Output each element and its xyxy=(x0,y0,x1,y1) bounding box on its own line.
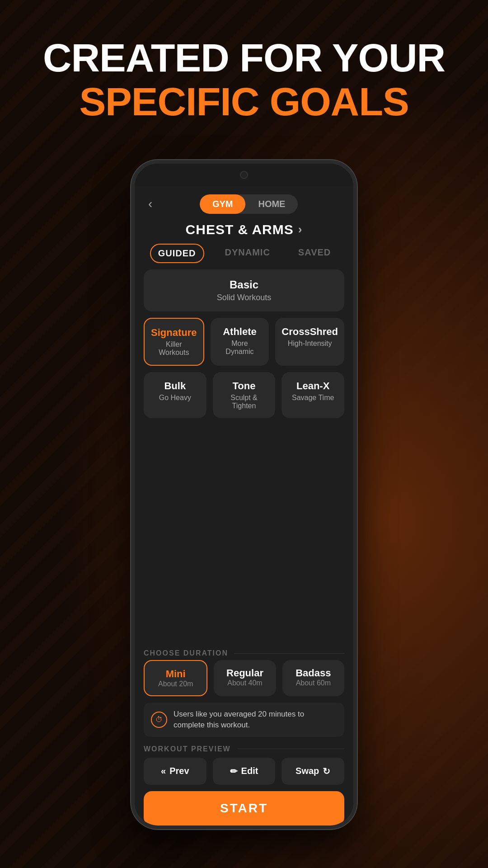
duration-section-label: CHOOSE DURATION xyxy=(135,646,353,660)
duration-regular-detail: About 40m xyxy=(218,679,271,687)
bulk-card[interactable]: Bulk Go Heavy xyxy=(144,372,206,418)
back-button[interactable]: ‹ xyxy=(148,197,152,211)
phone-camera xyxy=(240,171,248,179)
home-toggle-button[interactable]: HOME xyxy=(245,194,298,214)
headline-line2: SPECIFIC GOALS xyxy=(43,80,445,124)
crossshred-card[interactable]: CrossShred High-Intensity xyxy=(275,318,344,366)
tab-dynamic[interactable]: DYNAMIC xyxy=(218,244,277,263)
page-content: CREATED FOR YOUR SPECIFIC GOALS ‹ GYM HO… xyxy=(0,0,488,868)
duration-badass-name: Badass xyxy=(287,667,340,679)
athlete-card-sub: More Dynamic xyxy=(217,340,263,356)
workout-cards-row1: Signature Killer Workouts Athlete More D… xyxy=(144,318,344,366)
tab-saved[interactable]: SAVED xyxy=(291,244,338,263)
duration-mini-detail: About 20m xyxy=(149,680,202,688)
leanx-card[interactable]: Lean-X Savage Time xyxy=(282,372,344,418)
tab-guided[interactable]: GUIDED xyxy=(150,244,204,263)
cards-section: Basic Solid Workouts Signature Killer Wo… xyxy=(135,269,353,646)
leanx-card-sub: Savage Time xyxy=(288,394,338,402)
duration-mini[interactable]: Mini About 20m xyxy=(144,660,207,696)
gym-home-toggle: GYM HOME xyxy=(200,194,298,214)
crossshred-card-sub: High-Intensity xyxy=(282,340,338,348)
leanx-card-title: Lean-X xyxy=(288,380,338,392)
chevron-right-icon[interactable]: › xyxy=(298,222,303,236)
edit-icon: ✏ xyxy=(230,766,238,777)
info-bar: ⏱ Users like you averaged 20 minutes to … xyxy=(144,703,344,737)
preview-actions: « Prev ✏ Edit Swap ↻ xyxy=(135,758,353,791)
swap-icon: ↻ xyxy=(323,766,330,777)
phone-notch xyxy=(135,164,353,186)
phone-frame: ‹ GYM HOME CHEST & ARMS › GUIDED DYNAMIC… xyxy=(131,160,357,829)
swap-button[interactable]: Swap ↻ xyxy=(282,758,344,785)
duration-mini-name: Mini xyxy=(149,668,202,680)
app-header: ‹ GYM HOME xyxy=(135,186,353,218)
basic-card-title: Basic xyxy=(155,278,333,291)
edit-label: Edit xyxy=(241,766,258,776)
workout-title: CHEST & ARMS › xyxy=(135,218,353,239)
prev-button[interactable]: « Prev xyxy=(144,758,206,785)
tone-card[interactable]: Tone Sculpt & Tighten xyxy=(213,372,276,418)
preview-section-label: WORKOUT PREVIEW xyxy=(135,743,353,758)
headline: CREATED FOR YOUR SPECIFIC GOALS xyxy=(43,36,445,124)
bulk-card-sub: Go Heavy xyxy=(150,394,200,402)
athlete-card-title: Athlete xyxy=(217,326,263,338)
basic-card[interactable]: Basic Solid Workouts xyxy=(144,269,344,311)
basic-card-subtitle: Solid Workouts xyxy=(155,293,333,302)
duration-badass-detail: About 60m xyxy=(287,679,340,687)
duration-regular-name: Regular xyxy=(218,667,271,679)
signature-card-sub: Killer Workouts xyxy=(151,340,197,357)
info-icon: ⏱ xyxy=(151,712,167,728)
tone-card-sub: Sculpt & Tighten xyxy=(219,394,269,410)
bulk-card-title: Bulk xyxy=(150,380,200,392)
signature-card-title: Signature xyxy=(151,327,197,339)
tab-row: GUIDED DYNAMIC SAVED xyxy=(135,239,353,269)
headline-line1: CREATED FOR YOUR xyxy=(43,36,445,80)
prev-icon: « xyxy=(161,766,166,776)
tone-card-title: Tone xyxy=(219,380,269,392)
swap-label: Swap xyxy=(296,766,319,776)
prev-label: Prev xyxy=(169,766,189,776)
duration-row: Mini About 20m Regular About 40m Badass … xyxy=(135,660,353,703)
phone-screen: ‹ GYM HOME CHEST & ARMS › GUIDED DYNAMIC… xyxy=(135,186,353,826)
athlete-card[interactable]: Athlete More Dynamic xyxy=(211,318,269,366)
duration-badass[interactable]: Badass About 60m xyxy=(282,660,344,696)
start-button[interactable]: START xyxy=(144,791,344,826)
duration-regular[interactable]: Regular About 40m xyxy=(214,660,276,696)
signature-card[interactable]: Signature Killer Workouts xyxy=(144,318,204,366)
workout-title-text: CHEST & ARMS xyxy=(186,222,294,237)
workout-cards-row2: Bulk Go Heavy Tone Sculpt & Tighten Lean… xyxy=(144,372,344,418)
crossshred-card-title: CrossShred xyxy=(282,326,338,338)
edit-button[interactable]: ✏ Edit xyxy=(213,758,276,785)
info-text: Users like you averaged 20 minutes to co… xyxy=(174,709,337,731)
gym-toggle-button[interactable]: GYM xyxy=(200,194,246,214)
